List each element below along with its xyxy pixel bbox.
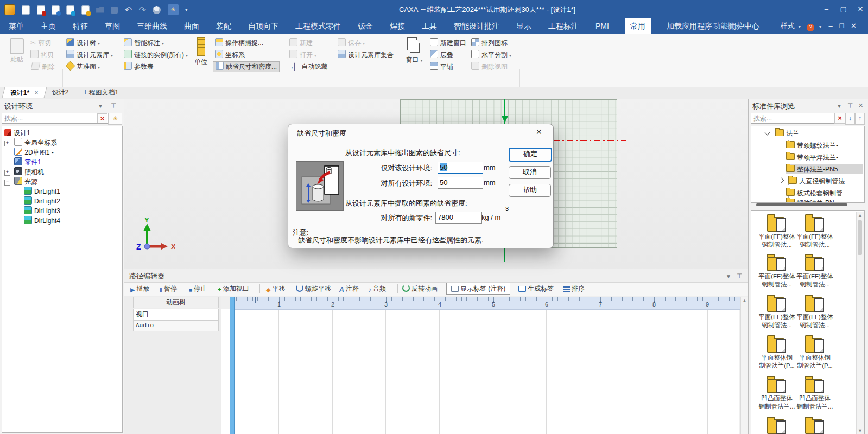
menu-tab-gongchengmoshi[interactable]: 工程模式零件 <box>294 18 342 34</box>
library-node-large-diameter-flange[interactable]: 大直径钢制管法 <box>780 176 863 186</box>
menu-tab-sanweiquxian[interactable]: 三维曲线 <box>136 18 168 34</box>
tile-button[interactable]: 平铺 <box>430 62 453 72</box>
library-item-label[interactable]: 平面(FF)整体 <box>758 233 796 241</box>
library-item-icon[interactable] <box>766 376 787 393</box>
pause-button[interactable]: ‖暂停 <box>160 283 177 296</box>
maximize-button[interactable]: ▢ <box>836 0 851 18</box>
left-panel-dropdown-icon[interactable]: ▼ <box>98 103 103 109</box>
undo-icon[interactable]: ↶ <box>125 5 132 15</box>
library-item-label[interactable]: 平面(FF)整体 <box>758 272 796 280</box>
doc-tab-close-icon[interactable]: × <box>34 89 38 97</box>
new-window-button[interactable]: 新建窗口 <box>430 38 466 48</box>
library-item-partial-icon[interactable] <box>804 417 825 434</box>
menu-tab-gongju[interactable]: 工具 <box>421 18 438 34</box>
right-search-input[interactable]: 搜索... <box>751 113 837 124</box>
library-item-icon[interactable] <box>766 254 787 271</box>
menu-tab-caidan[interactable]: 菜单 <box>8 18 25 34</box>
library-item-label[interactable]: 钢制管法... <box>758 321 796 329</box>
right-panel-dropdown-icon[interactable]: ▼ <box>837 103 842 109</box>
right-panel-pin-icon[interactable]: ⊤ <box>847 102 853 110</box>
tree-item-camera[interactable]: + 照相机 <box>4 167 44 177</box>
menu-tab-xianshi[interactable]: 显示 <box>515 18 533 34</box>
doc-close-icon[interactable]: ✕ <box>851 22 857 30</box>
all-environments-input[interactable]: 50 <box>438 177 483 189</box>
new-file-icon[interactable] <box>22 5 30 15</box>
library-node-threaded-neck-flange[interactable]: 带颈螺纹法兰- <box>786 141 863 150</box>
tree-item-dirlight3[interactable]: DirLight3 <box>22 206 60 216</box>
library-item-label[interactable]: 平面(FF)整体 <box>758 313 796 321</box>
library-node-weld-neck-flange[interactable]: 带颈平焊法兰- <box>786 152 863 162</box>
tree-item-dirlight1[interactable]: DirLight1 <box>22 187 60 196</box>
design-tree-toggle-icon[interactable]: ✳ <box>168 4 179 15</box>
tree-item-design1[interactable]: 设计1 <box>4 128 30 138</box>
menu-tab-zhinengpizhu[interactable]: 智能设计批注 <box>453 18 500 34</box>
library-collection-button[interactable]: 设计元素库集合 <box>338 50 394 60</box>
library-item-label[interactable]: 凹凸面整体 <box>796 394 834 403</box>
library-item-icon[interactable] <box>766 214 787 232</box>
menu-tab-tezheng[interactable]: 特征 <box>72 18 89 34</box>
menu-tab-pmi[interactable]: PMI <box>594 18 610 34</box>
menu-tab-gongchengbiaozhu[interactable]: 工程标注 <box>547 18 580 34</box>
style-dropdown[interactable]: 样式 ▾ <box>781 22 801 30</box>
open-design-icon[interactable] <box>37 5 45 15</box>
library-item-icon[interactable] <box>766 335 787 353</box>
playhead[interactable] <box>230 297 235 434</box>
library-node-flange[interactable]: 法兰 <box>765 129 799 138</box>
design-element-library-button[interactable]: 设计元素库▾ <box>66 50 113 60</box>
left-search-clear-icon[interactable]: × <box>97 113 107 123</box>
annotation-button[interactable]: A注释 <box>339 283 359 295</box>
library-item-label[interactable]: 平面(FF)整体 <box>796 313 834 321</box>
library-item-label[interactable]: 平面整体钢 <box>758 354 796 362</box>
tree-item-dirlight4[interactable]: DirLight4 <box>22 216 60 226</box>
library-item-icon[interactable] <box>804 376 825 393</box>
scroll-up-icon[interactable]: ▲ <box>741 297 748 304</box>
chevron-right-icon[interactable] <box>780 178 784 183</box>
animation-row-audio[interactable]: Audio <box>133 320 219 331</box>
default-size-density-button[interactable]: 缺省尺寸和密度... <box>213 61 280 72</box>
tree-filter-button[interactable]: ✳ <box>108 113 122 125</box>
pan-button[interactable]: ◆平移 <box>266 283 285 295</box>
library-node-threaded-flange-pn[interactable]: 螺纹法兰-PN <box>786 198 863 203</box>
library-tree-hscroll[interactable] <box>756 203 847 206</box>
library-item-label[interactable]: 平面(FF)整体 <box>796 233 834 241</box>
cancel-button[interactable]: 取消 <box>509 166 551 179</box>
close-button[interactable]: ✕ <box>853 0 868 18</box>
ok-button[interactable]: 确定 <box>509 148 552 162</box>
menu-tab-qumian[interactable]: 曲面 <box>183 18 200 34</box>
library-item-icon[interactable] <box>804 214 825 232</box>
handle-snap-button[interactable]: 操作柄捕捉... <box>215 38 263 48</box>
path-editor-dropdown-icon[interactable]: ▼ <box>726 273 731 279</box>
timeline-scrollbar[interactable]: ▲ <box>740 297 749 434</box>
import-file-icon[interactable] <box>66 5 74 15</box>
sort-button[interactable]: 排序 <box>563 283 585 294</box>
library-item-label[interactable]: 平面(FF)整体 <box>796 272 834 280</box>
search-up-icon[interactable]: ↑ <box>855 113 865 125</box>
show-labels-toggle[interactable]: 显示标签 (注释) <box>446 283 510 295</box>
help-button[interactable]: 帮助 <box>509 184 551 197</box>
avatar-icon[interactable] <box>153 6 161 14</box>
library-item-label[interactable]: 钢制管法兰... <box>758 403 796 411</box>
library-item-label[interactable]: 凹凸面整体 <box>758 394 796 403</box>
tree-item-lights[interactable]: − 光源 <box>4 177 37 187</box>
help-dropdown-icon[interactable]: ▾ <box>819 24 821 29</box>
library-item-icon[interactable] <box>804 295 825 312</box>
dialog-close-icon[interactable]: ✕ <box>536 127 542 136</box>
library-item-label[interactable]: 钢制管法... <box>796 280 834 289</box>
linked-instances-button[interactable]: 链接的实例(所有)▾ <box>124 50 188 60</box>
design-tree-button[interactable]: 设计树▾ <box>66 38 100 48</box>
search-down-icon[interactable]: ↓ <box>845 113 855 125</box>
tree-item-dirlight2[interactable]: DirLight2 <box>22 196 60 206</box>
menu-tab-banjin[interactable]: 钣金 <box>357 18 374 34</box>
cascade-button[interactable]: 层叠 <box>430 50 453 60</box>
minimize-button[interactable]: – <box>819 0 834 18</box>
quick-access-more-icon[interactable]: ▾ <box>185 7 188 12</box>
export-file-icon[interactable] <box>81 5 90 15</box>
audio-button[interactable]: ♪音频 <box>368 283 386 295</box>
scroll-down-icon[interactable]: ▼ <box>857 427 864 434</box>
doc-restore-icon[interactable]: ❐ <box>839 23 844 29</box>
spiral-pan-button[interactable]: 螺旋平移 <box>296 283 331 294</box>
menu-tab-zhuye[interactable]: 主页 <box>40 18 57 34</box>
preview-file-icon[interactable] <box>52 5 60 15</box>
arrange-icons-button[interactable]: 排列图标 <box>471 38 508 48</box>
function-search[interactable]: 功能搜索... <box>704 18 747 34</box>
